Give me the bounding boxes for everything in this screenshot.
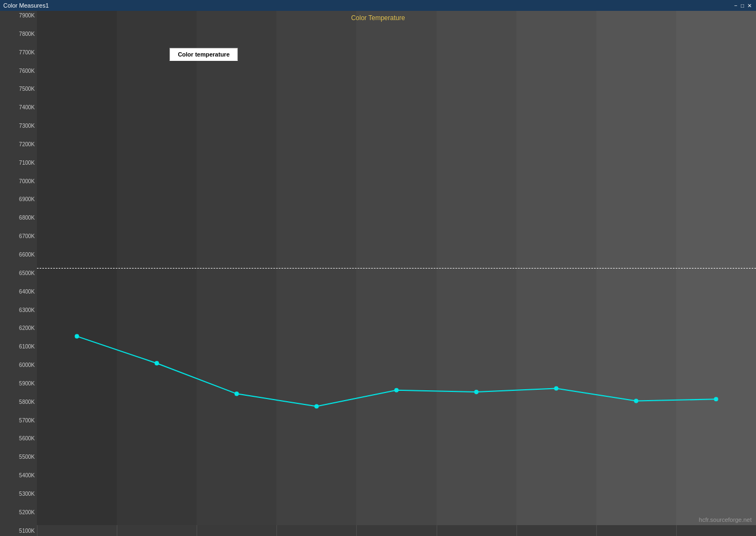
y-axis-label: 7600K	[0, 68, 37, 73]
mdi-title: Color Measures1	[3, 2, 49, 9]
y-axis: 7900K7800K7700K7600K7500K7400K7300K7200K…	[0, 11, 37, 73]
mdi-controls[interactable]: − □ ✕	[733, 3, 753, 9]
mdi-minimize[interactable]: −	[733, 3, 739, 9]
mdi-maximize[interactable]: □	[740, 3, 745, 9]
chart-area: Color Temperature 7900K7800K7700K7600K75…	[0, 11, 756, 73]
mdi-window: Color Measures1 − □ ✕ Color Temperature …	[0, 0, 756, 73]
mdi-close[interactable]: ✕	[746, 3, 753, 9]
y-axis-label: 7700K	[0, 50, 37, 55]
y-axis-label: 7900K	[0, 13, 37, 18]
y-axis-label: 7800K	[0, 32, 37, 37]
mdi-titlebar: Color Measures1 − □ ✕	[0, 0, 756, 11]
chart-title: Color Temperature	[351, 14, 405, 22]
